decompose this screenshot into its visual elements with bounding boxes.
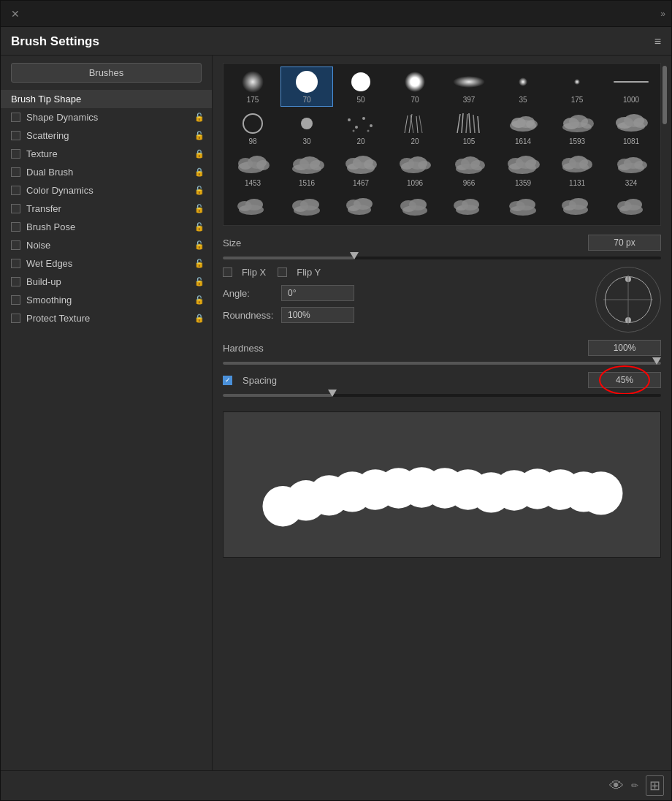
sidebar-item-label: Brush Tip Shape [11,94,205,105]
brush-cell-324[interactable]: 324 [605,150,657,190]
smoothing-checkbox[interactable] [11,295,20,305]
brush-cell-70-hard[interactable]: 70 [280,67,333,107]
brush-cell-1516[interactable]: 1516 [280,150,333,190]
size-value-input[interactable] [588,235,661,251]
close-button[interactable]: ✕ [8,7,23,21]
sidebar-item-transfer[interactable]: Transfer 🔓 [1,200,212,218]
brush-cell-35[interactable]: 35 [497,67,549,107]
brush-shape [574,79,580,85]
flip-x-checkbox[interactable] [223,267,232,277]
sidebar-item-label: Scattering [26,130,190,141]
brush-cell-r4-4[interactable] [389,191,441,222]
brush-cell-r4-3[interactable] [335,191,387,222]
brush-shape [519,77,527,86]
brush-cell-1096[interactable]: 1096 [389,150,441,190]
brush-cell-1593[interactable]: 1593 [551,108,603,148]
roundness-input[interactable] [281,307,354,323]
transfer-checkbox[interactable] [11,204,20,213]
bottom-bar: 👁 ✏ ⊞ [1,770,671,800]
brush-cell-105[interactable]: 105 [443,108,495,148]
size-slider-track[interactable] [223,257,661,259]
brush-cell-1453[interactable]: 1453 [226,150,279,190]
angle-row: Angle: [223,285,587,301]
sidebar-item-dual-brush[interactable]: Dual Brush 🔒 [1,163,212,181]
sidebar-item-brush-tip-shape[interactable]: Brush Tip Shape [1,90,212,108]
brush-cell-r4-1[interactable] [226,191,279,222]
angle-dot-bottom[interactable] [625,317,631,323]
shape-dynamics-checkbox[interactable] [11,113,20,122]
brush-cell-98-outline[interactable]: 98 [226,108,279,148]
brush-cell-966[interactable]: 966 [443,150,495,190]
sidebar-item-brush-pose[interactable]: Brush Pose 🔓 [1,218,212,236]
hardness-slider-thumb[interactable] [652,357,661,365]
lock-icon: 🔓 [194,222,205,232]
sidebar-item-texture[interactable]: Texture 🔒 [1,145,212,163]
visibility-icon[interactable]: 👁 [609,778,624,794]
angle-dot-top[interactable] [625,276,631,282]
build-up-checkbox[interactable] [11,277,20,286]
sidebar-item-smoothing[interactable]: Smoothing 🔓 [1,291,212,309]
brush-shape [351,72,370,91]
sidebar-item-protect-texture[interactable]: Protect Texture 🔒 [1,309,212,327]
sidebar-item-label: Wet Edges [26,258,190,269]
sidebar-item-shape-dynamics[interactable]: Shape Dynamics 🔓 [1,108,212,126]
brush-cell-397[interactable]: 397 [443,67,495,107]
svg-point-72 [409,199,427,210]
brush-cell-r4-5[interactable] [443,191,495,222]
size-slider-thumb[interactable] [350,252,359,259]
brush-cell-50[interactable]: 50 [335,67,387,107]
sidebar-item-noise[interactable]: Noise 🔓 [1,236,212,254]
brush-cell-r4-8[interactable] [605,191,657,222]
scattering-checkbox[interactable] [11,131,20,140]
brush-cell-70-soft[interactable]: 70 [389,67,441,107]
hardness-input[interactable] [588,340,661,356]
angle-input[interactable] [281,285,354,301]
texture-checkbox[interactable] [11,149,20,159]
brush-cell-1000[interactable]: 1000 [605,67,657,107]
sidebar-item-scattering[interactable]: Scattering 🔓 [1,126,212,145]
flip-y-checkbox[interactable] [278,267,287,277]
new-brush-icon[interactable]: ⊞ [646,775,664,796]
brush-cell-1614[interactable]: 1614 [497,108,549,148]
noise-checkbox[interactable] [11,240,20,250]
brush-pose-checkbox[interactable] [11,222,20,232]
spacing-slider-track[interactable] [223,394,661,397]
color-dynamics-checkbox[interactable] [11,186,20,195]
brush-scrollbar[interactable] [663,66,667,124]
brush-cell-20-bristle[interactable]: 20 [389,108,441,148]
collapse-button[interactable]: » [660,9,664,19]
brush-preview [396,153,434,178]
hardness-slider-track[interactable] [223,362,661,365]
spacing-input[interactable] [588,372,661,388]
brush-cell-r4-2[interactable] [280,191,333,222]
sidebar-item-wet-edges[interactable]: Wet Edges 🔓 [1,254,212,273]
brush-cell-175-soft[interactable]: 175 [226,67,279,107]
brush-cell-30[interactable]: 30 [280,108,333,148]
protect-texture-checkbox[interactable] [11,314,20,323]
cloud17-svg [505,196,541,218]
edit-icon[interactable]: ✏ [631,781,638,791]
brush-cell-1467[interactable]: 1467 [335,150,387,190]
svg-line-9 [416,116,418,133]
wet-edges-checkbox[interactable] [11,259,20,268]
brush-cell-r4-6[interactable] [497,191,549,222]
brushes-button[interactable]: Brushes [11,63,202,83]
brush-cell-175-tiny[interactable]: 175 [551,67,603,107]
brush-shape [301,118,313,129]
cloud14-svg [343,196,378,218]
sidebar-item-build-up[interactable]: Build-up 🔓 [1,273,212,291]
svg-point-24 [581,118,594,129]
brush-preview [612,194,650,219]
sidebar-item-color-dynamics[interactable]: Color Dynamics 🔓 [1,181,212,200]
cloud2-svg [560,113,595,134]
brush-cell-1081[interactable]: 1081 [605,108,657,148]
spacing-slider-thumb[interactable] [328,390,337,397]
brush-cell-20-dots[interactable]: 20 [335,108,387,148]
lock-icon: 🔓 [194,204,205,213]
spacing-checkbox[interactable] [223,376,232,385]
dual-brush-checkbox[interactable] [11,167,20,177]
menu-icon[interactable]: ≡ [654,36,661,48]
brush-cell-1131[interactable]: 1131 [551,150,603,190]
brush-cell-1359[interactable]: 1359 [497,150,549,190]
brush-cell-r4-7[interactable] [551,191,603,222]
